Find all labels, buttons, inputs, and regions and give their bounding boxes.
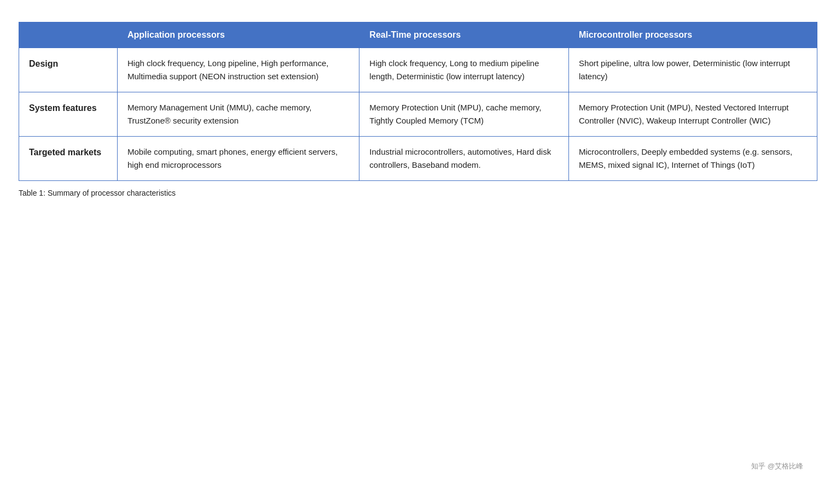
comparison-table: Application processors Real-Time process…: [19, 22, 817, 181]
row-col1-1: Memory Management Unit (MMU), cache memo…: [118, 92, 359, 137]
header-col2: Real-Time processors: [359, 22, 569, 48]
header-row: Application processors Real-Time process…: [19, 22, 817, 48]
row-label-0: Design: [19, 48, 118, 92]
row-label-2: Targeted markets: [19, 137, 118, 181]
header-col0: [19, 22, 118, 48]
row-col3-1: Memory Protection Unit (MPU), Nested Vec…: [569, 92, 817, 137]
header-col1: Application processors: [118, 22, 359, 48]
watermark: 知乎 @艾格比峰: [751, 461, 803, 471]
table-row: System featuresMemory Management Unit (M…: [19, 92, 817, 137]
row-col3-2: Microcontrollers, Deeply embedded system…: [569, 137, 817, 181]
header-col3: Microcontroller processors: [569, 22, 817, 48]
row-col2-2: Industrial microcontrollers, automotives…: [359, 137, 569, 181]
table-row: Targeted marketsMobile computing, smart …: [19, 137, 817, 181]
row-col1-2: Mobile computing, smart phones, energy e…: [118, 137, 359, 181]
row-col2-0: High clock frequency, Long to medium pip…: [359, 48, 569, 92]
row-label-1: System features: [19, 92, 118, 137]
table-container: Application processors Real-Time process…: [19, 22, 817, 197]
row-col2-1: Memory Protection Unit (MPU), cache memo…: [359, 92, 569, 137]
table-caption: Table 1: Summary of processor characteri…: [19, 189, 817, 197]
row-col3-0: Short pipeline, ultra low power, Determi…: [569, 48, 817, 92]
table-row: DesignHigh clock frequency, Long pipelin…: [19, 48, 817, 92]
row-col1-0: High clock frequency, Long pipeline, Hig…: [118, 48, 359, 92]
